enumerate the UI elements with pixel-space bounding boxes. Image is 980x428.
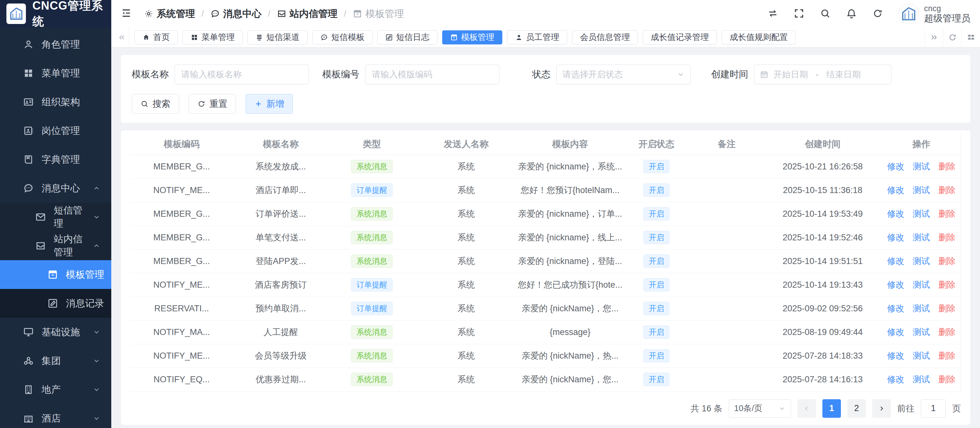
test-link[interactable]: 测试 — [913, 375, 930, 384]
delete-link[interactable]: 删除 — [939, 256, 956, 266]
tab-sms-template[interactable]: 短信模板 — [312, 30, 372, 45]
test-link[interactable]: 测试 — [913, 233, 930, 242]
tab-home[interactable]: 首页 — [134, 30, 178, 45]
user-avatar[interactable] — [899, 3, 919, 24]
sidebar-item-org[interactable]: 组织架构 — [0, 88, 111, 116]
delete-link[interactable]: 删除 — [939, 351, 956, 361]
delete-link[interactable]: 删除 — [939, 375, 956, 384]
next-page-button[interactable] — [872, 399, 891, 418]
list-icon — [256, 33, 263, 41]
page-size-select[interactable]: 10条/页 — [729, 399, 791, 418]
tabs-layout-icon[interactable] — [961, 27, 980, 47]
tab-staff-manage[interactable]: 员工管理 — [507, 30, 567, 45]
search-icon[interactable] — [820, 8, 831, 19]
sidebar-item-sms[interactable]: 短信管理 — [0, 203, 111, 231]
tabs-refresh-icon[interactable] — [943, 27, 961, 47]
edit-link[interactable]: 修改 — [887, 351, 905, 361]
tab-sms-channel[interactable]: 短信渠道 — [248, 30, 308, 45]
sidebar-item-role[interactable]: 角色管理 — [0, 30, 111, 59]
template-name-input[interactable] — [175, 65, 309, 84]
delete-link[interactable]: 删除 — [939, 209, 956, 219]
status-tag: 开启 — [643, 183, 670, 197]
cell-content: 亲爱的 {nickName}，您... — [517, 297, 623, 320]
tabs-scroll-left-icon[interactable] — [115, 27, 129, 47]
tab-sms-log[interactable]: 短信日志 — [377, 30, 438, 45]
delete-link[interactable]: 删除 — [939, 233, 956, 242]
swap-icon[interactable] — [767, 8, 779, 19]
jump-page-input[interactable] — [921, 399, 946, 418]
edit-link[interactable]: 修改 — [887, 280, 905, 290]
sidebar-item-post[interactable]: 岗位管理 — [0, 116, 111, 145]
page-button-2[interactable]: 2 — [847, 399, 866, 418]
test-link[interactable]: 测试 — [913, 185, 930, 195]
status-tag: 开启 — [643, 278, 670, 291]
end-date-placeholder[interactable]: 结束日期 — [826, 69, 861, 80]
breadcrumb-item-system[interactable]: 系统管理 — [144, 7, 195, 21]
start-date-placeholder[interactable]: 开始日期 — [773, 69, 808, 80]
date-range-picker[interactable]: 开始日期 - 结束日期 — [754, 65, 891, 84]
type-tag: 系统消息 — [351, 160, 393, 173]
edit-link[interactable]: 修改 — [887, 185, 905, 195]
tab-growth-record[interactable]: 成长值记录管理 — [643, 30, 717, 45]
cell-created: 2025-10-21 16:26:58 — [764, 155, 882, 178]
menu-fold-icon[interactable] — [121, 8, 133, 20]
edit-link[interactable]: 修改 — [887, 162, 905, 171]
delete-link[interactable]: 删除 — [939, 327, 956, 337]
tab-menu-manage[interactable]: 菜单管理 — [183, 30, 243, 45]
edit-link[interactable]: 修改 — [887, 233, 905, 242]
col-type: 类型 — [329, 134, 415, 155]
table-row: MEMBER_G... 系统发放成... 系统消息 系统 亲爱的 {nickna… — [130, 155, 961, 178]
sidebar-item-menu[interactable]: 菜单管理 — [0, 59, 111, 88]
edit-icon — [385, 33, 393, 41]
delete-link[interactable]: 删除 — [939, 162, 956, 171]
status-select[interactable]: 请选择开启状态 — [556, 65, 690, 84]
cell-created: 2025-10-15 11:36:18 — [764, 178, 882, 202]
reset-button[interactable]: 重置 — [189, 94, 236, 114]
delete-link[interactable]: 删除 — [939, 304, 956, 313]
tabs-scroll-right-icon[interactable] — [924, 27, 943, 47]
breadcrumb-item-sitemail[interactable]: 站内信管理 — [277, 7, 338, 21]
sidebar-item-hotel[interactable]: 酒店 — [0, 404, 111, 428]
template-code-input[interactable] — [365, 65, 500, 84]
test-link[interactable]: 测试 — [913, 327, 930, 337]
sidebar-item-group[interactable]: 集团 — [0, 347, 111, 375]
edit-link[interactable]: 修改 — [887, 375, 905, 384]
edit-link[interactable]: 修改 — [887, 327, 905, 337]
test-link[interactable]: 测试 — [913, 209, 930, 219]
tab-member-info[interactable]: 会员信息管理 — [572, 30, 638, 45]
test-link[interactable]: 测试 — [913, 256, 930, 266]
test-link[interactable]: 测试 — [913, 162, 930, 171]
sidebar: 角色管理 菜单管理 组织架构 岗位管理 字典管理 消息中心 短信管理 — [0, 27, 111, 428]
delete-link[interactable]: 删除 — [939, 280, 956, 290]
filter-status: 状态 请选择开启状态 — [532, 65, 690, 84]
test-link[interactable]: 测试 — [913, 280, 930, 290]
logo-house-icon — [8, 5, 25, 22]
status-label: 状态 — [532, 68, 550, 81]
delete-link[interactable]: 删除 — [939, 185, 956, 195]
edit-link[interactable]: 修改 — [887, 256, 905, 266]
building-icon — [23, 384, 34, 395]
prev-page-button[interactable] — [797, 399, 816, 418]
edit-link[interactable]: 修改 — [887, 304, 905, 313]
sidebar-item-message-center[interactable]: 消息中心 — [0, 174, 111, 203]
page-button-1[interactable]: 1 — [822, 399, 841, 418]
edit-link[interactable]: 修改 — [887, 209, 905, 219]
sidebar-item-sitemail[interactable]: 站内信管理 — [0, 231, 111, 260]
sidebar-item-realestate[interactable]: 地产 — [0, 375, 111, 404]
tab-template-manage[interactable]: 模板管理 — [442, 30, 502, 45]
table-row: NOTIFY_ME... 酒店客房预订 订单提醒 系统 您好！您已成功预订{ho… — [130, 273, 961, 297]
refresh-icon[interactable] — [872, 8, 884, 19]
sidebar-item-message-record[interactable]: 消息记录 — [0, 289, 111, 318]
bell-icon[interactable] — [846, 8, 858, 19]
sidebar-item-dict[interactable]: 字典管理 — [0, 145, 111, 174]
sidebar-item-infra[interactable]: 基础设施 — [0, 318, 111, 347]
sidebar-item-template-manage[interactable]: 模板管理 — [0, 260, 111, 289]
test-link[interactable]: 测试 — [913, 304, 930, 313]
add-button[interactable]: 新增 — [245, 94, 293, 114]
tab-growth-rule[interactable]: 成长值规则配置 — [722, 30, 796, 45]
search-button[interactable]: 搜索 — [132, 94, 179, 114]
user-name[interactable]: cncg 超级管理员 — [924, 4, 970, 24]
test-link[interactable]: 测试 — [913, 351, 930, 361]
breadcrumb-item-message-center[interactable]: 消息中心 — [210, 7, 261, 21]
fullscreen-icon[interactable] — [794, 8, 805, 19]
